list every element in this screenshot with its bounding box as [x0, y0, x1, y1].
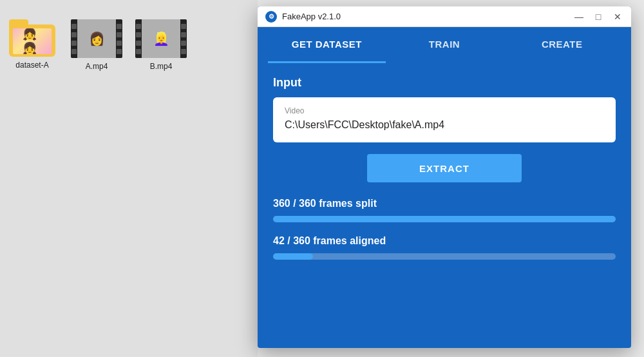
file-label-b-mp4: B.mp4	[150, 62, 173, 71]
extract-button[interactable]: EXTRACT	[367, 154, 522, 182]
folder-preview-image	[13, 28, 52, 54]
tab-get-dataset[interactable]: GET DATASET	[268, 27, 386, 63]
section-label: Input	[273, 76, 616, 90]
video-content-area-b: 👱‍♀️	[142, 19, 180, 58]
maximize-button[interactable]: □	[592, 11, 604, 23]
file-label-dataset-a: dataset-A	[15, 61, 48, 70]
close-button[interactable]: ✕	[612, 11, 623, 23]
window-title: FakeApp v2.1.0	[282, 12, 573, 21]
folder-preview	[13, 28, 52, 54]
file-icon-a-mp4[interactable]: 👩 A.mp4	[71, 19, 122, 71]
film-hole	[71, 41, 77, 46]
film-hole	[71, 32, 77, 37]
video-content-area-a: 👩	[77, 19, 116, 58]
tab-get-dataset-label: GET DATASET	[292, 39, 362, 50]
progress-label-aligned: 42 / 360 frames aligned	[273, 235, 616, 247]
film-hole	[136, 24, 141, 29]
progress-bar-fill-aligned	[273, 253, 313, 260]
film-strip-right-a	[116, 19, 122, 58]
minimize-button[interactable]: —	[573, 11, 585, 23]
film-hole	[71, 24, 77, 29]
tab-train[interactable]: TRAIN	[386, 27, 504, 63]
film-strip-right-b	[180, 19, 187, 58]
progress-bar-fill-split	[273, 216, 616, 222]
file-label-a-mp4: A.mp4	[86, 62, 108, 71]
folder-back	[9, 24, 55, 57]
main-content: Input Video C:\Users\FCC\Desktop\fake\A.…	[258, 63, 631, 285]
app-icon-glyph: ⚙	[269, 13, 274, 20]
video-thumbnail-a: 👩	[71, 19, 122, 58]
film-strip-left-b	[135, 19, 142, 58]
tab-bar: GET DATASET TRAIN CREATE	[258, 27, 631, 63]
film-hole	[117, 32, 122, 37]
input-card: Video C:\Users\FCC\Desktop\fake\A.mp4	[273, 97, 616, 142]
progress-section-aligned: 42 / 360 frames aligned	[273, 235, 616, 260]
app-icon: ⚙	[265, 11, 277, 23]
film-hole	[181, 32, 186, 37]
film-hole	[117, 49, 122, 54]
video-preview-a: 👩	[93, 32, 100, 45]
video-thumbnail-b: 👱‍♀️	[135, 19, 187, 58]
title-bar: ⚙ FakeApp v2.1.0 — □ ✕	[258, 6, 631, 27]
film-hole	[136, 49, 141, 54]
film-hole	[136, 32, 141, 37]
input-field-value[interactable]: C:\Users\FCC\Desktop\fake\A.mp4	[285, 119, 604, 131]
folder-thumbnail	[9, 19, 55, 57]
input-field-label: Video	[285, 106, 604, 115]
app-window: ⚙ FakeApp v2.1.0 — □ ✕ GET DATASET TRAIN…	[258, 6, 631, 348]
file-icon-b-mp4[interactable]: 👱‍♀️ B.mp4	[135, 19, 187, 71]
film-hole	[117, 24, 122, 29]
film-hole	[71, 49, 77, 54]
tab-train-label: TRAIN	[429, 39, 460, 50]
film-hole	[181, 24, 186, 29]
desktop: dataset-A 👩 A.mp4	[0, 0, 258, 357]
progress-section-split: 360 / 360 frames split	[273, 198, 616, 222]
film-strip-left-a	[71, 19, 77, 58]
progress-bar-bg-split	[273, 216, 616, 222]
film-hole	[181, 49, 186, 54]
film-hole	[181, 41, 186, 46]
window-controls: — □ ✕	[573, 11, 623, 23]
film-hole	[117, 41, 122, 46]
progress-bar-bg-aligned	[273, 253, 616, 260]
tab-create[interactable]: CREATE	[503, 27, 621, 63]
progress-label-split: 360 / 360 frames split	[273, 198, 616, 209]
film-hole	[136, 41, 141, 46]
file-icon-dataset-a[interactable]: dataset-A	[6, 19, 58, 70]
tab-create-label: CREATE	[542, 39, 583, 50]
video-preview-b: 👱‍♀️	[157, 32, 165, 45]
